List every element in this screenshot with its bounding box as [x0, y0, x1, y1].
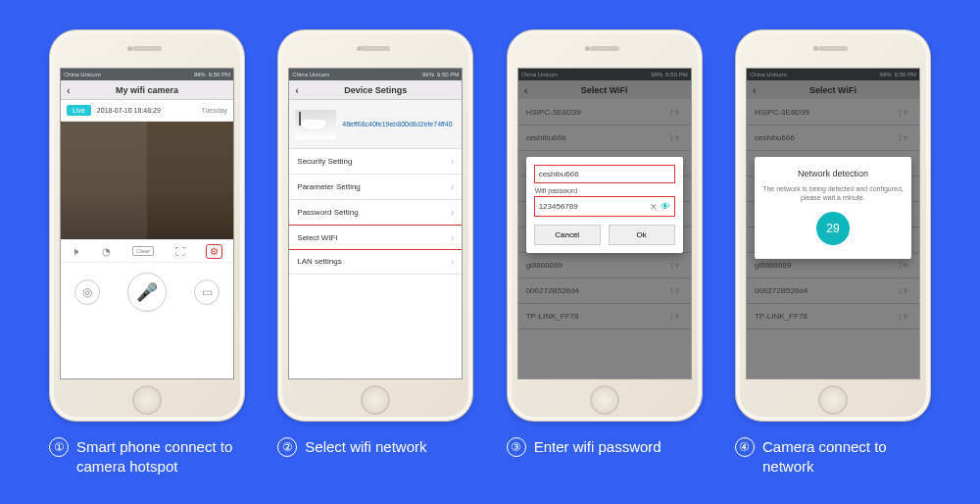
home-button[interactable] — [590, 385, 619, 415]
password-field[interactable]: 123456789 ✕ 👁 — [534, 196, 675, 217]
menu-select-wifi[interactable]: Select WIFI› — [288, 225, 463, 250]
home-button[interactable] — [361, 385, 390, 415]
wifi-password-modal: ceshibu666 Wifi password 123456789 ✕ 👁 C… — [526, 157, 683, 253]
video-toolbar: 🕨 ◔ Clear ⛶ ⚙ — [61, 239, 233, 263]
step-number-4: ④ — [735, 437, 755, 457]
history-icon[interactable]: ◔ — [102, 246, 111, 257]
screen-step2: China Unicom 99%6:50 PM ‹ Device Setings… — [288, 68, 463, 379]
caption-2: Select wifi network — [305, 437, 426, 457]
phone-frame: China Unicom99%6:50 PM ‹Select WiFi HSIP… — [507, 29, 703, 422]
caption-3: Enter wifi password — [534, 437, 662, 457]
navbar: ‹ Device Setings — [289, 80, 462, 100]
screen-step1: China Unicom 99% 6:50 PM ‹ My wifi camer… — [60, 68, 234, 379]
chevron-right-icon: › — [451, 156, 454, 167]
phone-frame: China Unicom 99% 6:50 PM ‹ My wifi camer… — [49, 29, 245, 422]
battery-label: 99% — [194, 72, 206, 77]
fullscreen-icon[interactable]: ⛶ — [175, 246, 185, 257]
live-badge: Live — [67, 105, 91, 116]
camera-thumbnail — [295, 110, 336, 139]
home-button[interactable] — [818, 385, 848, 415]
status-bar: China Unicom 99% 6:50 PM — [61, 69, 233, 80]
menu-lan[interactable]: LAN settings› — [289, 249, 462, 275]
step-number-1: ① — [49, 437, 69, 457]
chevron-right-icon: › — [451, 256, 454, 267]
clear-input-icon[interactable]: ✕ — [650, 202, 658, 212]
weekday: Tuesday — [201, 107, 227, 114]
countdown-timer: 29 — [816, 212, 850, 245]
phone-frame: China Unicom 99%6:50 PM ‹ Device Setings… — [277, 29, 473, 422]
mic-button[interactable]: 🎤 — [127, 273, 167, 312]
modal-message: The network is being detected and config… — [762, 184, 904, 202]
settings-icon[interactable]: ⚙ — [206, 244, 222, 259]
navbar: ‹ My wifi camera — [61, 80, 233, 100]
back-icon[interactable]: ‹ — [67, 84, 71, 96]
clear-button[interactable]: Clear — [132, 246, 154, 256]
mute-icon[interactable]: 🕨 — [72, 246, 81, 257]
chevron-right-icon: › — [451, 232, 454, 243]
status-bar: China Unicom 99%6:50 PM — [289, 69, 462, 80]
home-button[interactable] — [132, 385, 162, 415]
ok-button[interactable]: Ok — [609, 225, 675, 245]
menu-parameter[interactable]: Parameter Setting› — [289, 175, 462, 200]
ssid-field[interactable]: ceshibu666 — [534, 165, 675, 183]
modal-heading: Network detection — [762, 169, 904, 178]
device-id: 48eff68c40fe19eb800d8d2efe74ff40 — [342, 121, 452, 127]
chevron-right-icon: › — [451, 207, 454, 218]
chevron-right-icon: › — [451, 181, 454, 192]
carrier-label: China Unicom — [64, 72, 101, 77]
page-title: Device Setings — [344, 85, 407, 95]
network-detection-modal: Network detection The network is being d… — [755, 157, 911, 259]
page-title: My wifi camera — [116, 85, 178, 95]
step-number-2: ② — [277, 437, 297, 457]
password-label: Wifi password — [535, 187, 674, 194]
screen-step3: China Unicom99%6:50 PM ‹Select WiFi HSIP… — [517, 68, 692, 379]
back-icon[interactable]: ‹ — [295, 84, 299, 96]
show-password-icon[interactable]: 👁 — [661, 201, 670, 212]
time-label: 6:50 PM — [209, 72, 230, 77]
settings-menu: Security Setting› Parameter Setting› Pas… — [289, 149, 462, 275]
caption-1: Smart phone connect to camera hotspot — [76, 437, 245, 476]
record-button[interactable]: ▭ — [194, 279, 220, 305]
caption-4: Camera connect to network — [762, 437, 931, 476]
camera-preview[interactable] — [61, 122, 233, 239]
step-number-3: ③ — [507, 437, 526, 457]
cancel-button[interactable]: Cancel — [534, 225, 601, 245]
screen-step4: China Unicom99%6:50 PM ‹Select WiFi HSIP… — [746, 68, 920, 379]
phone-frame: China Unicom99%6:50 PM ‹Select WiFi HSIP… — [735, 29, 931, 422]
timestamp: 2018-07-10 18:48:29 — [97, 107, 161, 114]
menu-password[interactable]: Password Setting› — [289, 200, 462, 226]
menu-security[interactable]: Security Setting› — [289, 149, 462, 175]
snapshot-button[interactable]: ◎ — [74, 279, 100, 305]
